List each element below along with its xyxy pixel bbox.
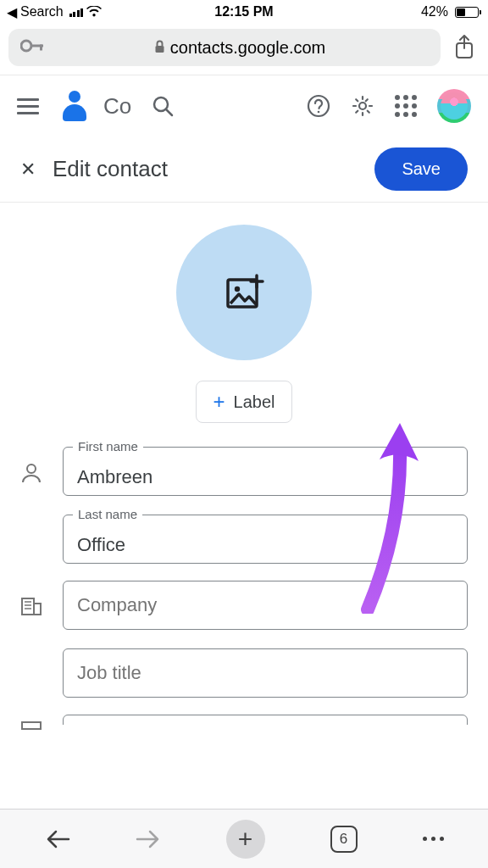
tab-count: 6 xyxy=(340,831,347,848)
battery-icon xyxy=(452,7,481,18)
forward-button[interactable] xyxy=(136,828,161,850)
svg-point-14 xyxy=(27,465,36,473)
company-field-group xyxy=(20,581,468,698)
svg-rect-2 xyxy=(40,45,42,51)
email-icon xyxy=(20,715,46,733)
ios-status-bar: ◀ Search 12:15 PM 42% xyxy=(0,0,488,24)
plus-icon: + xyxy=(214,390,225,414)
add-image-icon xyxy=(224,272,264,313)
last-name-input[interactable] xyxy=(63,515,468,564)
add-label-button[interactable]: + Label xyxy=(196,381,293,423)
address-bar-domain: contacts.google.com xyxy=(170,38,325,58)
svg-point-0 xyxy=(21,41,31,51)
first-name-field[interactable]: First name xyxy=(63,447,468,496)
add-photo-button[interactable] xyxy=(176,225,312,360)
next-field-group-partial xyxy=(20,715,468,733)
edit-form: + Label First name Last name xyxy=(0,203,488,733)
more-button[interactable] xyxy=(423,837,444,841)
save-button[interactable]: Save xyxy=(374,147,468,191)
contacts-logo-icon[interactable] xyxy=(59,91,90,121)
last-name-label: Last name xyxy=(73,507,142,521)
address-bar[interactable]: contacts.google.com xyxy=(8,29,441,66)
svg-rect-3 xyxy=(155,46,164,53)
wifi-icon xyxy=(86,5,102,19)
tabs-button[interactable]: 6 xyxy=(330,826,358,853)
close-icon[interactable]: ✕ xyxy=(20,159,36,181)
partial-field[interactable] xyxy=(63,715,468,725)
job-title-input[interactable] xyxy=(63,648,468,698)
company-field[interactable] xyxy=(63,581,468,630)
back-to-app-chevron-icon[interactable]: ◀ xyxy=(7,4,17,20)
first-name-label: First name xyxy=(73,439,143,453)
edit-contact-header: ✕ Edit contact Save xyxy=(0,136,488,203)
back-button[interactable] xyxy=(45,828,70,850)
search-icon[interactable] xyxy=(152,95,174,117)
help-icon[interactable] xyxy=(307,94,330,118)
job-title-field[interactable] xyxy=(63,648,468,698)
new-tab-button[interactable]: + xyxy=(226,820,265,859)
svg-rect-16 xyxy=(34,604,41,615)
label-button-text: Label xyxy=(234,392,275,412)
lock-icon xyxy=(154,40,165,56)
back-to-app-label[interactable]: Search xyxy=(20,4,64,19)
google-apps-icon[interactable] xyxy=(395,95,417,117)
svg-point-8 xyxy=(318,111,320,114)
settings-gear-icon[interactable] xyxy=(351,94,374,118)
building-icon xyxy=(20,581,46,620)
account-avatar[interactable] xyxy=(437,89,471,123)
page-title: Edit contact xyxy=(53,156,374,182)
contacts-logo-text: Co xyxy=(103,93,131,120)
person-icon xyxy=(20,447,46,487)
safari-address-row: contacts.google.com xyxy=(0,24,488,75)
name-field-group: First name Last name xyxy=(20,447,468,564)
svg-point-9 xyxy=(359,103,366,109)
safari-toolbar: + 6 xyxy=(0,809,488,868)
svg-rect-20 xyxy=(22,722,41,729)
clock-time: 12:15 PM xyxy=(214,4,273,19)
google-app-header: Co xyxy=(0,75,488,136)
battery-percent: 42% xyxy=(421,4,448,19)
svg-line-6 xyxy=(166,109,172,115)
svg-point-7 xyxy=(308,96,329,116)
svg-point-11 xyxy=(235,287,240,292)
company-input[interactable] xyxy=(63,581,468,630)
first-name-input[interactable] xyxy=(63,447,468,496)
share-button[interactable] xyxy=(449,35,480,60)
cell-signal-icon xyxy=(69,7,84,17)
svg-rect-15 xyxy=(22,598,34,615)
last-name-field[interactable]: Last name xyxy=(63,515,468,564)
privacy-key-icon xyxy=(20,39,44,56)
menu-icon[interactable] xyxy=(17,98,39,114)
